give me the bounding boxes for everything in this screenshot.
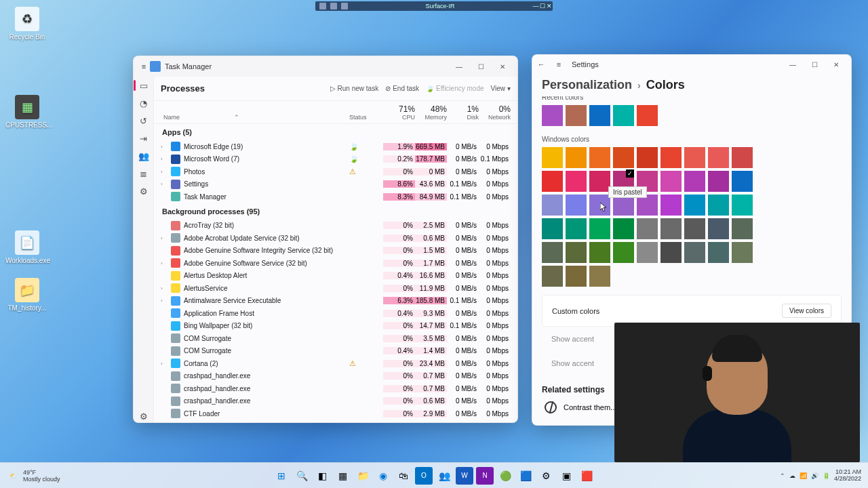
process-row[interactable]: crashpad_handler.exe 0% 0.7 MB 0 MB/s 0 …: [154, 370, 517, 383]
color-swatch[interactable]: [660, 218, 682, 239]
file-explorer-button[interactable]: 📁: [354, 467, 372, 485]
color-swatch[interactable]: [613, 105, 634, 126]
color-swatch[interactable]: [542, 105, 563, 126]
process-row[interactable]: Adobe Genuine Software Integrity Service…: [154, 245, 517, 258]
onenote-button[interactable]: N: [476, 467, 494, 485]
color-swatch[interactable]: [732, 218, 753, 239]
column-headers[interactable]: Name⌃ Status 71%CPU 48%Memory 1%Disk 0%N…: [154, 101, 517, 124]
hamburger-icon[interactable]: ≡: [138, 62, 150, 70]
color-swatch[interactable]: [542, 218, 563, 239]
process-row[interactable]: COM Surrogate 0% 3.5 MB 0 MB/s 0 Mbps: [154, 332, 517, 345]
color-swatch[interactable]: [637, 147, 658, 168]
color-swatch[interactable]: [684, 171, 705, 192]
color-swatch[interactable]: [613, 218, 634, 239]
color-swatch[interactable]: [589, 242, 610, 263]
color-swatch[interactable]: [637, 242, 658, 263]
onedrive-icon[interactable]: ☁: [789, 472, 795, 479]
app-button-2[interactable]: 🟦: [517, 467, 534, 485]
color-swatch[interactable]: [613, 242, 634, 263]
color-swatch[interactable]: [660, 195, 682, 216]
weather-widget[interactable]: ⛅ 49°FMostly cloudy: [0, 469, 60, 483]
back-button[interactable]: ←: [536, 60, 546, 69]
color-swatch[interactable]: [660, 147, 682, 168]
word-button[interactable]: W: [456, 467, 473, 485]
color-swatch[interactable]: [708, 147, 729, 168]
maximize-button[interactable]: ☐: [804, 55, 825, 74]
edge-button[interactable]: ◉: [374, 467, 392, 485]
color-swatch[interactable]: [684, 195, 705, 216]
app-button[interactable]: 🟢: [496, 467, 514, 485]
task-manager-titlebar[interactable]: ≡ Task Manager — ☐ ✕: [134, 56, 517, 77]
process-row[interactable]: crashpad_handler.exe 0% 0.6 MB 0 MB/s 0 …: [154, 395, 517, 408]
start-button[interactable]: ⊞: [273, 467, 290, 485]
process-row[interactable]: crashpad_handler.exe 0% 0.7 MB 0 MB/s 0 …: [154, 382, 517, 395]
tray-chevron-icon[interactable]: ⌃: [780, 472, 785, 479]
process-row[interactable]: COM Surrogate 0.4% 1.4 MB 0 MB/s 0 Mbps: [154, 345, 517, 358]
process-row[interactable]: › Adobe Acrobat Update Service (32 bit) …: [154, 232, 517, 245]
color-swatch[interactable]: [566, 242, 587, 263]
process-row[interactable]: › Antimalware Service Executable 6.3% 18…: [154, 295, 517, 308]
nav-performance-icon[interactable]: ◔: [138, 97, 150, 109]
color-swatch[interactable]: [637, 105, 658, 126]
taskbar[interactable]: ⛅ 49°FMostly cloudy ⊞ 🔍 ◧ ▦ 📁 ◉ 🛍 O 👥 W …: [0, 462, 868, 488]
color-swatch[interactable]: [589, 266, 610, 287]
color-swatch[interactable]: [732, 147, 753, 168]
color-swatch[interactable]: [613, 171, 634, 192]
color-swatch[interactable]: [566, 218, 587, 239]
process-row[interactable]: › AlertusService 0% 11.9 MB 0 MB/s 0 Mbp…: [154, 282, 517, 295]
color-swatch[interactable]: [660, 242, 682, 263]
process-row[interactable]: Application Frame Host 0.4% 9.3 MB 0 MB/…: [154, 307, 517, 320]
color-swatch[interactable]: [566, 266, 587, 287]
desktop-icon-recycle-bin[interactable]: ♻Recycle Bin: [5, 7, 49, 41]
color-swatch[interactable]: [542, 195, 563, 216]
run-new-task-button[interactable]: ▷Run new task: [330, 85, 379, 92]
color-swatch[interactable]: [542, 242, 563, 263]
color-swatch[interactable]: [637, 171, 658, 192]
outlook-button[interactable]: O: [415, 467, 433, 485]
process-row[interactable]: Alertus Desktop Alert 0.4% 16.6 MB 0 MB/…: [154, 270, 517, 283]
process-row[interactable]: › Photos ⚠ 0% 0 MB 0 MB/s 0 Mbps: [154, 165, 517, 178]
nav-details-icon[interactable]: ≣: [138, 167, 150, 180]
store-button[interactable]: 🛍: [395, 467, 412, 485]
breadcrumb-parent[interactable]: Personalization: [542, 78, 632, 92]
nav-menu-icon[interactable]: ≡: [554, 60, 564, 69]
color-swatch[interactable]: [684, 218, 705, 239]
maximize-button[interactable]: ☐: [470, 57, 492, 76]
end-task-button[interactable]: ⊘End task: [385, 85, 419, 92]
battery-icon[interactable]: 🔋: [823, 472, 830, 479]
nav-history-icon[interactable]: ↺: [138, 115, 150, 127]
process-row[interactable]: Bing Wallpaper (32 bit) 0% 14.7 MB 0.1 M…: [154, 320, 517, 333]
color-swatch[interactable]: [732, 195, 753, 216]
process-row[interactable]: Task Manager 8.3% 84.9 MB 0.1 MB/s 0 Mbp…: [154, 190, 517, 203]
color-swatch[interactable]: [613, 147, 634, 168]
close-icon[interactable]: ✕: [546, 3, 553, 9]
app-button-3[interactable]: 🟥: [578, 467, 595, 485]
settings-taskbar-button[interactable]: ⚙: [537, 467, 555, 485]
color-swatch[interactable]: [566, 195, 587, 216]
color-swatch[interactable]: [566, 171, 587, 192]
color-swatch[interactable]: [566, 147, 587, 168]
process-row[interactable]: › Settings 8.6% 43.6 MB 0.1 MB/s 0 Mbps: [154, 178, 517, 191]
clock[interactable]: 10:21 AM 4/28/2022: [834, 469, 861, 483]
color-swatch[interactable]: [708, 218, 729, 239]
maximize-icon[interactable]: ☐: [539, 3, 546, 9]
color-swatch[interactable]: [684, 147, 705, 168]
minimize-button[interactable]: —: [448, 57, 470, 76]
color-swatch[interactable]: [589, 105, 610, 126]
color-swatch[interactable]: [589, 171, 610, 192]
custom-colors-row[interactable]: Custom colors View colors: [542, 295, 842, 327]
color-swatch[interactable]: [637, 218, 658, 239]
color-swatch[interactable]: [613, 195, 634, 216]
color-swatch[interactable]: [542, 147, 563, 168]
volume-icon[interactable]: 🔊: [811, 472, 818, 479]
nav-processes-icon[interactable]: ▭: [138, 79, 150, 92]
desktop-icon-tm-history[interactable]: 📁TM_history...: [5, 278, 49, 312]
color-swatch[interactable]: [660, 171, 682, 192]
color-swatch[interactable]: [566, 105, 587, 126]
process-list[interactable]: Apps (5)› Microsoft Edge (19) 🍃 1.9% 669…: [154, 124, 517, 422]
minimize-icon[interactable]: —: [532, 3, 539, 9]
wifi-icon[interactable]: 📶: [800, 472, 807, 479]
terminal-button[interactable]: ▣: [557, 467, 575, 485]
close-button[interactable]: ✕: [825, 55, 847, 74]
view-colors-button[interactable]: View colors: [782, 304, 831, 318]
